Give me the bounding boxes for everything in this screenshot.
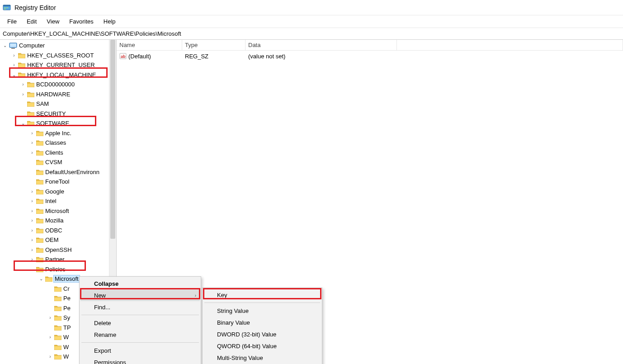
ctx-delete[interactable]: Delete <box>80 317 200 329</box>
menu-favorites[interactable]: Favorites <box>65 17 98 26</box>
tree-node-hkcr[interactable]: › HKEY_CLASSES_ROOT <box>0 51 109 61</box>
menu-view[interactable]: View <box>42 17 64 26</box>
ctx-collapse[interactable]: Collapse <box>80 278 200 289</box>
chevron-right-icon[interactable]: › <box>11 52 17 58</box>
ctx-new-qword[interactable]: QWORD (64-bit) Value <box>203 340 321 352</box>
tree-node-security[interactable]: › SECURITY <box>0 109 109 119</box>
ctx-new-dword[interactable]: DWORD (32-bit) Value <box>203 328 321 340</box>
ctx-new-key[interactable]: Key <box>203 289 321 301</box>
ctx-permissions[interactable]: Permissions <box>80 356 200 364</box>
scroll-thumb[interactable] <box>110 40 115 239</box>
col-header-data[interactable]: Data <box>245 40 397 50</box>
tree-node-intel[interactable]: › Intel <box>0 196 109 206</box>
chevron-right-icon[interactable]: › <box>29 149 35 156</box>
tree-node-hklm[interactable]: ⌄ HKEY_LOCAL_MACHINE <box>0 70 109 80</box>
chevron-right-icon[interactable]: › <box>29 140 35 146</box>
tree-node-bcd[interactable]: › BCD00000000 <box>0 80 109 90</box>
address-bar[interactable]: Computer\HKEY_LOCAL_MACHINE\SOFTWARE\Pol… <box>0 28 623 40</box>
chevron-right-icon[interactable]: › <box>11 62 17 68</box>
ctx-new-multi[interactable]: Multi-String Value <box>203 352 321 364</box>
ctx-find[interactable]: Find... <box>80 301 200 313</box>
col-header-name[interactable]: Name <box>117 40 182 50</box>
tree-label: Clients <box>45 149 63 156</box>
folder-icon <box>36 217 43 223</box>
tree-node-computer[interactable]: ⌄ Computer <box>0 41 109 51</box>
svg-rect-2 <box>4 7 6 8</box>
chevron-down-icon[interactable]: ⌄ <box>38 276 44 282</box>
ctx-new[interactable]: New › <box>80 289 200 301</box>
chevron-right-icon[interactable]: › <box>29 237 35 243</box>
tree-node-oem[interactable]: › OEM <box>0 235 109 245</box>
svg-rect-21 <box>36 180 43 184</box>
tree-label: Pe <box>63 305 71 312</box>
tree-label: W <box>63 334 69 340</box>
tree-node-google[interactable]: › Google <box>0 187 109 197</box>
chevron-right-icon[interactable]: › <box>29 198 35 204</box>
computer-icon <box>9 43 17 49</box>
chevron-right-icon[interactable]: › <box>29 188 35 194</box>
chevron-down-icon[interactable]: ⌄ <box>2 43 8 49</box>
tree-node-classes[interactable]: › Classes <box>0 138 109 148</box>
chevron-right-icon[interactable]: › <box>47 334 53 340</box>
cell-data: (value not set) <box>245 53 397 60</box>
tree-node-fonetool[interactable]: › FoneTool <box>0 177 109 187</box>
cell-type: REG_SZ <box>182 53 245 60</box>
tree-label: SECURITY <box>36 110 66 117</box>
menu-file[interactable]: File <box>3 17 21 26</box>
folder-icon <box>45 276 52 282</box>
tree-node-partner[interactable]: › Partner <box>0 255 109 265</box>
tree-node-hkcu[interactable]: › HKEY_CURRENT_USER <box>0 60 109 70</box>
tree-node-openssh[interactable]: › OpenSSH <box>0 245 109 255</box>
folder-icon <box>36 189 43 194</box>
list-row[interactable]: ab (Default) REG_SZ (value not set) <box>117 51 623 61</box>
tree-node-apple[interactable]: › Apple Inc. <box>0 128 109 138</box>
svg-rect-31 <box>45 278 52 282</box>
chevron-right-icon[interactable]: › <box>29 217 35 224</box>
chevron-right-icon[interactable]: › <box>47 354 53 360</box>
folder-icon <box>54 344 61 350</box>
tree-node-cvsm[interactable]: › CVSM <box>0 157 109 167</box>
chevron-right-icon[interactable]: › <box>29 227 35 233</box>
window-title: Registry Editor <box>14 4 56 11</box>
tree-label: Partner <box>45 256 65 263</box>
chevron-right-icon[interactable]: › <box>20 91 26 97</box>
ctx-export[interactable]: Export <box>80 345 200 356</box>
svg-rect-37 <box>54 336 61 340</box>
folder-icon <box>36 179 43 184</box>
chevron-down-icon[interactable]: ⌄ <box>11 71 17 78</box>
tree-node-policies[interactable]: ⌄ Policies <box>0 265 109 274</box>
tree-node-mozilla[interactable]: › Mozilla <box>0 216 109 226</box>
menu-edit[interactable]: Edit <box>22 17 41 26</box>
tree-node-hardware[interactable]: › HARDWARE <box>0 90 109 99</box>
tree-node-odbc[interactable]: › ODBC <box>0 226 109 236</box>
svg-rect-35 <box>54 317 61 321</box>
menu-help[interactable]: Help <box>99 17 120 26</box>
chevron-right-icon[interactable]: › <box>20 81 26 88</box>
chevron-down-icon[interactable]: ⌄ <box>29 266 35 272</box>
chevron-right-icon[interactable]: › <box>29 256 35 263</box>
tree-node-clients[interactable]: › Clients <box>0 148 109 158</box>
chevron-right-icon[interactable]: › <box>29 130 35 136</box>
ctx-new-string[interactable]: String Value <box>203 305 321 317</box>
folder-icon <box>27 81 34 87</box>
chevron-right-icon[interactable]: › <box>29 208 35 214</box>
tree-node-sam[interactable]: › SAM <box>0 99 109 109</box>
col-header-type[interactable]: Type <box>182 40 245 50</box>
string-value-icon: ab <box>119 52 127 60</box>
tree-node-software[interactable]: ⌄ SOFTWARE <box>0 118 109 128</box>
tree-node-microsoft[interactable]: › Microsoft <box>0 206 109 216</box>
chevron-right-icon[interactable]: › <box>29 246 35 253</box>
ctx-new-binary[interactable]: Binary Value <box>203 317 321 328</box>
tree-label: HKEY_CLASSES_ROOT <box>27 52 94 59</box>
tree-label: SOFTWARE <box>36 120 69 127</box>
folder-icon <box>36 208 43 214</box>
folder-icon <box>18 62 25 68</box>
svg-rect-8 <box>18 54 25 58</box>
ctx-rename[interactable]: Rename <box>80 329 200 340</box>
chevron-right-icon[interactable]: › <box>47 315 53 321</box>
tree-label: FoneTool <box>45 178 69 185</box>
tree-label: Microsoft <box>55 275 79 282</box>
tree-node-due[interactable]: › DefaultUserEnvironn <box>0 167 109 177</box>
tree-label: DefaultUserEnvironn <box>45 169 99 175</box>
chevron-down-icon[interactable]: ⌄ <box>20 120 26 127</box>
